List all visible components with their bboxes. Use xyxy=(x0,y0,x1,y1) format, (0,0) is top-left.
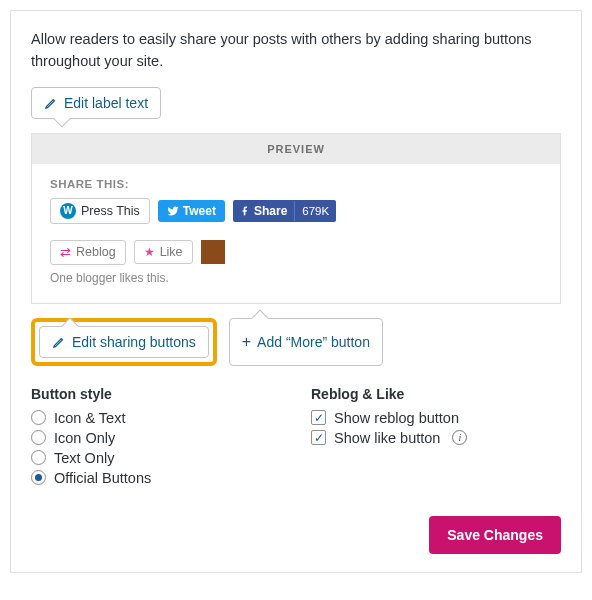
preview-box: PREVIEW SHARE THIS: W Press This Tweet S… xyxy=(31,133,561,304)
reblog-like-title: Reblog & Like xyxy=(311,386,561,402)
tweet-label: Tweet xyxy=(183,204,216,218)
save-changes-button[interactable]: Save Changes xyxy=(429,516,561,554)
radio-icon xyxy=(31,450,46,465)
checkbox-icon: ✓ xyxy=(311,430,326,445)
add-more-label: Add “More” button xyxy=(257,334,370,350)
avatar xyxy=(201,240,225,264)
edit-label-text-label: Edit label text xyxy=(64,95,148,111)
options-row: Button style Icon & Text Icon Only Text … xyxy=(31,386,561,490)
preview-header: PREVIEW xyxy=(32,134,560,164)
add-more-button[interactable]: + Add “More” button xyxy=(229,318,383,366)
button-style-column: Button style Icon & Text Icon Only Text … xyxy=(31,386,281,490)
action-buttons-row: Edit sharing buttons + Add “More” button xyxy=(31,318,561,366)
edit-sharing-buttons-button[interactable]: Edit sharing buttons xyxy=(39,326,209,358)
pencil-icon xyxy=(44,96,58,110)
star-icon: ★ xyxy=(144,245,155,259)
info-icon[interactable]: i xyxy=(452,430,467,445)
like-button[interactable]: ★ Like xyxy=(134,240,193,264)
radio-icon-only[interactable]: Icon Only xyxy=(31,430,281,446)
radio-text-only[interactable]: Text Only xyxy=(31,450,281,466)
highlight-frame: Edit sharing buttons xyxy=(31,318,217,366)
radio-official-buttons[interactable]: Official Buttons xyxy=(31,470,281,486)
radio-icon xyxy=(31,430,46,445)
twitter-icon xyxy=(167,205,179,217)
reblog-icon: ⇄ xyxy=(60,245,71,260)
fb-share-label: Share xyxy=(254,204,287,218)
checkbox-show-like[interactable]: ✓Show like buttoni xyxy=(311,430,561,446)
caret-up-icon xyxy=(62,317,79,334)
like-label: Like xyxy=(160,245,183,259)
press-this-button[interactable]: W Press This xyxy=(50,198,150,224)
facebook-share-button[interactable]: Share 679K xyxy=(233,200,336,222)
radio-icon xyxy=(31,470,46,485)
fb-share-count: 679K xyxy=(294,201,336,221)
plus-icon: + xyxy=(242,333,251,351)
wordpress-icon: W xyxy=(60,203,76,219)
button-style-title: Button style xyxy=(31,386,281,402)
tweet-button[interactable]: Tweet xyxy=(158,200,225,222)
preview-body: SHARE THIS: W Press This Tweet Share 679… xyxy=(32,164,560,303)
reblog-button[interactable]: ⇄ Reblog xyxy=(50,240,126,265)
reblog-like-column: Reblog & Like ✓Show reblog button ✓Show … xyxy=(311,386,561,490)
reblog-like-row: ⇄ Reblog ★ Like xyxy=(50,240,542,265)
caret-up-icon xyxy=(251,309,268,326)
facebook-icon xyxy=(240,206,250,216)
reblog-label: Reblog xyxy=(76,245,116,259)
press-this-label: Press This xyxy=(81,204,140,218)
checkbox-icon: ✓ xyxy=(311,410,326,425)
edit-sharing-label: Edit sharing buttons xyxy=(72,334,196,350)
likes-text: One blogger likes this. xyxy=(50,271,542,285)
caret-down-icon xyxy=(54,110,71,127)
radio-icon-text[interactable]: Icon & Text xyxy=(31,410,281,426)
radio-icon xyxy=(31,410,46,425)
share-this-label: SHARE THIS: xyxy=(50,178,542,190)
share-buttons-row: W Press This Tweet Share 679K xyxy=(50,198,542,224)
intro-text: Allow readers to easily share your posts… xyxy=(31,29,561,73)
edit-label-text-button[interactable]: Edit label text xyxy=(31,87,161,119)
pencil-icon xyxy=(52,335,66,349)
footer: Save Changes xyxy=(31,516,561,554)
sharing-settings-panel: Allow readers to easily share your posts… xyxy=(10,10,582,573)
checkbox-show-reblog[interactable]: ✓Show reblog button xyxy=(311,410,561,426)
